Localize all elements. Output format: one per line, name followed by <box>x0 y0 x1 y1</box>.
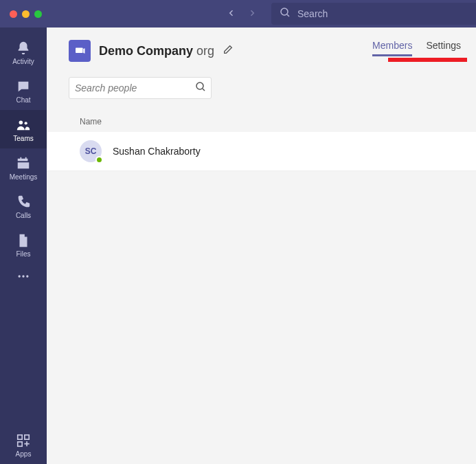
global-search[interactable] <box>271 3 476 25</box>
teams-icon <box>15 117 32 133</box>
nav-forward-icon[interactable] <box>248 8 256 20</box>
global-search-input[interactable] <box>297 8 468 19</box>
rail-teams[interactable]: Teams <box>0 110 47 148</box>
member-row[interactable]: SC Sushan Chakraborty <box>47 132 476 171</box>
svg-rect-10 <box>77 49 78 50</box>
search-icon <box>195 81 206 95</box>
page-tabs: Members Settings <box>372 40 461 55</box>
ellipsis-icon <box>16 269 30 286</box>
rail-label: Teams <box>13 135 33 142</box>
rail-apps[interactable]: Apps <box>0 426 47 464</box>
svg-point-1 <box>19 120 23 124</box>
svg-rect-11 <box>77 51 80 52</box>
file-icon <box>15 232 32 249</box>
edit-icon[interactable] <box>223 44 234 58</box>
svg-point-4 <box>22 275 24 277</box>
rail-files[interactable]: Files <box>0 225 47 264</box>
org-name: Demo Company org <box>99 44 214 58</box>
apps-icon <box>15 432 32 449</box>
org-name-bold: Demo Company <box>99 44 193 58</box>
search-icon <box>280 7 291 21</box>
rail-more[interactable] <box>0 264 47 291</box>
app-rail: Activity Chat Teams Meetings Calls <box>0 27 47 464</box>
minimize-dot[interactable] <box>22 10 30 18</box>
rail-label: Files <box>16 250 30 258</box>
rail-calls[interactable]: Calls <box>0 187 47 225</box>
members-list: SC Sushan Chakraborty <box>47 132 476 171</box>
phone-icon <box>15 194 32 210</box>
zoom-dot[interactable] <box>34 10 42 18</box>
avatar-initials: SC <box>85 146 97 156</box>
rail-label: Calls <box>16 212 31 219</box>
bell-icon <box>15 40 32 56</box>
rail-activity[interactable]: Activity <box>0 33 47 71</box>
svg-point-0 <box>281 8 288 15</box>
svg-point-3 <box>19 275 21 277</box>
org-avatar <box>69 40 91 62</box>
nav-back-icon[interactable] <box>227 8 236 20</box>
rail-label: Activity <box>12 58 34 65</box>
column-header-name: Name <box>47 111 476 132</box>
rail-label: Chat <box>16 96 30 104</box>
avatar: SC <box>80 140 102 162</box>
org-name-light: org <box>196 44 214 58</box>
chat-icon <box>15 78 32 95</box>
svg-rect-8 <box>18 441 22 445</box>
rail-label: Apps <box>16 450 32 458</box>
rail-meetings[interactable]: Meetings <box>0 148 47 187</box>
svg-point-2 <box>25 122 27 124</box>
svg-point-5 <box>26 275 28 277</box>
search-people-input[interactable] <box>75 82 195 93</box>
window-controls[interactable] <box>0 10 42 18</box>
close-dot[interactable] <box>10 10 17 18</box>
member-name: Sushan Chakraborty <box>113 146 201 157</box>
tab-settings[interactable]: Settings <box>426 40 461 55</box>
rail-label: Meetings <box>10 173 38 181</box>
svg-rect-6 <box>18 434 22 439</box>
page-header: Demo Company org Members Settings <box>47 27 476 62</box>
calendar-icon <box>15 155 32 172</box>
search-people[interactable] <box>69 77 212 99</box>
svg-point-12 <box>196 82 203 89</box>
presence-available-icon <box>95 156 103 164</box>
highlight-marker <box>388 58 467 62</box>
tab-members[interactable]: Members <box>372 40 412 55</box>
svg-rect-9 <box>76 48 83 54</box>
rail-chat[interactable]: Chat <box>0 71 47 110</box>
svg-rect-7 <box>25 434 29 439</box>
